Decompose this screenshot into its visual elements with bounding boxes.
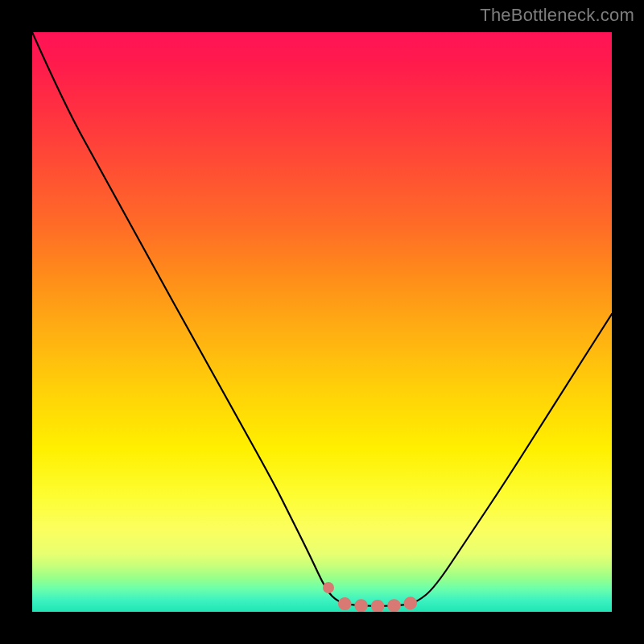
- chart-frame: TheBottleneck.com: [0, 0, 644, 644]
- plot-area: [32, 32, 612, 612]
- bottleneck-curve: [32, 32, 612, 606]
- bottleneck-curve-svg: [32, 32, 612, 612]
- marker-dot-cluster: [345, 600, 419, 606]
- watermark-text: TheBottleneck.com: [480, 5, 634, 26]
- marker-dot-outlier: [323, 582, 334, 593]
